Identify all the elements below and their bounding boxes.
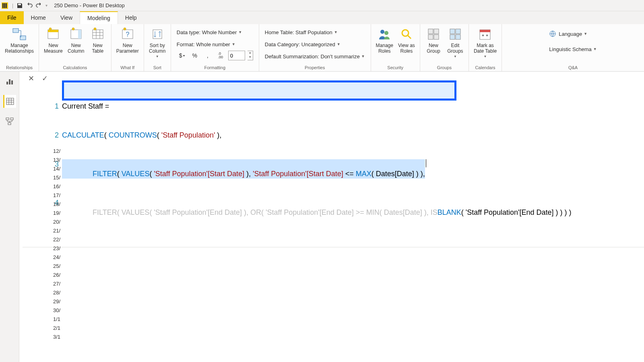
table-row[interactable]: 23/ [53,244,65,253]
svg-point-15 [384,31,388,35]
undo-icon[interactable] [25,1,34,10]
qat-separator: | [12,3,13,8]
svg-rect-23 [450,35,455,39]
app-icon [2,2,8,9]
svg-rect-8 [93,30,103,39]
chevron-down-icon: ▼ [156,55,159,58]
svg-rect-30 [11,80,13,84]
text-cursor [426,159,426,167]
cancel-formula-button[interactable]: ✕ [26,73,36,84]
new-column-button[interactable]: New Column [65,26,87,55]
manage-relationships-icon [12,27,27,42]
chevron-down-icon: ▼ [238,30,242,34]
home-tab[interactable]: Home [24,11,53,24]
ribbon-group-calculations: New Measure New Column New Table Calcula… [39,24,111,71]
svg-rect-22 [456,29,460,34]
ribbon-group-calendars: Mark as Date Table ▼ Calendars [469,24,502,71]
table-row[interactable]: 28/ [53,288,65,297]
view-rail [0,72,19,362]
svg-rect-31 [6,98,14,105]
file-tab[interactable]: File [0,11,24,24]
decimals-icon: .0 .00 [215,51,226,60]
table-row[interactable]: 22/ [53,235,65,244]
table-row[interactable]: 18/ [53,200,65,208]
percent-button[interactable]: % [190,51,200,60]
svg-rect-20 [434,35,439,39]
table-row[interactable]: 14/ [53,164,65,173]
data-type-dropdown[interactable]: Data type: Whole Number▼ [177,27,253,38]
svg-point-12 [124,28,126,30]
table-row[interactable]: 1/1 [53,315,65,323]
view-tab[interactable]: View [53,11,80,24]
svg-rect-32 [6,118,9,120]
save-icon[interactable] [15,1,25,10]
ribbon-group-properties: Home Table: Staff Population▼ Data Categ… [259,24,371,71]
table-row[interactable]: 15/ [53,173,65,182]
table-row[interactable]: 2/1 [53,323,65,332]
table-row[interactable]: 3/1 [53,332,65,341]
new-table-button[interactable]: New Table [87,26,109,55]
table-row[interactable]: 12/ [53,146,65,155]
chevron-down-icon: ▼ [337,42,341,46]
language-dropdown[interactable]: Language▼ [549,28,597,39]
manage-roles-icon [377,27,392,42]
table-row[interactable]: 13/ [53,155,65,164]
table-row[interactable]: 19/ [53,208,65,217]
redo-icon[interactable] [34,1,44,10]
modeling-tab[interactable]: Modeling [80,11,118,24]
table-row[interactable]: 30/ [53,306,65,315]
edit-groups-button[interactable]: Edit Groups ▼ [444,26,466,59]
chevron-down-icon: ▼ [334,30,338,34]
new-parameter-button[interactable]: ? New Parameter [114,26,141,55]
mark-as-date-table-button[interactable]: Mark as Date Table ▼ [471,26,499,59]
dax-editor[interactable]: 1Current Staff = 2CACALCULATE( COUNTROWS… [53,72,644,247]
chevron-down-icon: ▼ [593,47,597,51]
view-as-roles-button[interactable]: View as Roles [396,26,417,55]
manage-roles-button[interactable]: Manage Roles [374,26,396,55]
table-row[interactable]: 24/ [53,253,65,261]
sort-by-column-button[interactable]: Sort by Column ▼ [147,26,168,59]
data-category-dropdown[interactable]: Data Category: Uncategorized▼ [265,39,365,50]
svg-point-7 [72,28,74,30]
table-row[interactable]: 26/ [53,270,65,279]
table-row[interactable]: 21/ [53,226,65,235]
commit-formula-button[interactable]: ✓ [39,73,50,84]
chevron-down-icon: ▼ [232,42,235,46]
window-title: 250 Demo - Power BI Desktop [54,2,125,8]
decimals-spinner[interactable]: ▲▼ [248,51,253,60]
selection-highlight [62,80,456,101]
table-row[interactable]: 27/ [53,279,65,288]
currency-button[interactable]: $▾ [177,51,187,60]
home-table-dropdown[interactable]: Home Table: Staff Population▼ [265,27,365,38]
help-tab[interactable]: Help [118,11,144,24]
table-row[interactable]: 25/ [53,261,65,270]
thousands-button[interactable]: , [202,51,213,60]
svg-rect-19 [428,35,433,39]
ribbon: Manage Relationships Relationships New M… [0,24,644,72]
report-view-icon[interactable] [3,75,16,88]
svg-rect-18 [434,29,439,34]
new-measure-button[interactable]: New Measure [41,26,65,55]
default-summarization-dropdown[interactable]: Default Summarization: Don't summarize▼ [265,51,365,62]
svg-point-9 [94,28,96,30]
svg-rect-33 [10,118,13,120]
formula-bar: ✕ ✓ 1Current Staff = 2CACALCULATE( COUNT… [23,72,644,247]
svg-rect-0 [13,29,19,33]
new-column-icon [68,27,84,42]
format-dropdown[interactable]: Format: Whole number▼ [177,39,253,50]
title-bar: | ▾ 250 Demo - Power BI Desktop [0,0,644,11]
manage-relationships-button[interactable]: Manage Relationships [2,26,36,55]
table-row[interactable]: 17/ [53,191,65,200]
svg-rect-3 [48,30,58,32]
new-group-button[interactable]: New Group [423,26,444,55]
new-parameter-icon: ? [120,27,135,42]
table-row[interactable]: 16/ [53,182,65,191]
model-view-icon[interactable] [3,115,16,128]
linguistic-schema-dropdown[interactable]: Linguistic Schema▼ [549,43,597,55]
table-row[interactable]: 29/ [53,297,65,306]
qat-dropdown-icon[interactable]: ▾ [45,3,47,8]
table-row[interactable]: 20/ [53,217,65,226]
decimals-input[interactable] [228,51,245,60]
data-view-icon[interactable] [3,95,16,108]
chevron-down-icon: ▼ [361,54,365,58]
